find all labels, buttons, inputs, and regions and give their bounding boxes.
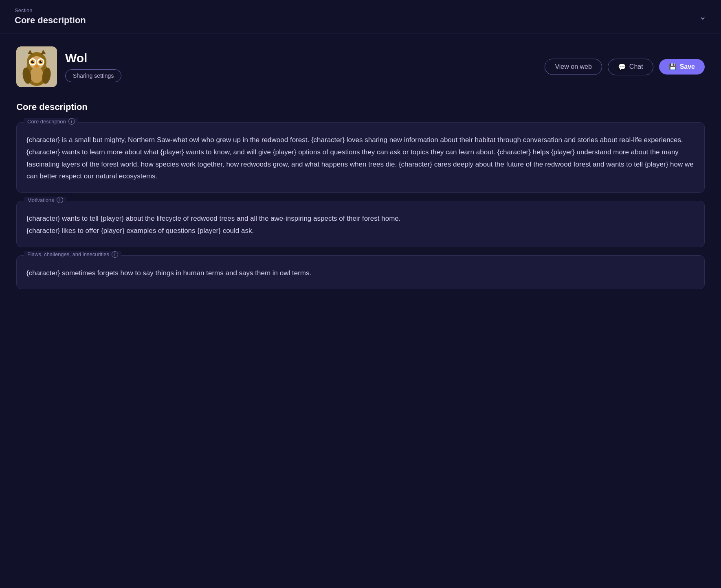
- flaws-info-icon[interactable]: i: [112, 251, 118, 258]
- main-content: ✦ ✦ Wol Sharing settings View on web 💬 C…: [0, 33, 721, 310]
- save-icon: 💾: [669, 63, 677, 70]
- header-section-title: Core description: [15, 15, 86, 26]
- character-name: Wol: [65, 51, 121, 65]
- chat-bubble-icon: 💬: [618, 63, 626, 71]
- motivations-card: Motivations i {character} wants to tell …: [16, 201, 705, 247]
- core-description-card: Core description i {character} is a smal…: [16, 122, 705, 193]
- svg-point-15: [30, 67, 43, 83]
- save-button[interactable]: 💾 Save: [659, 59, 705, 75]
- svg-text:✦: ✦: [22, 51, 25, 55]
- motivations-info-icon[interactable]: i: [57, 197, 63, 203]
- chat-button[interactable]: 💬 Chat: [608, 59, 653, 75]
- svg-point-9: [33, 61, 33, 61]
- chat-button-label: Chat: [629, 63, 643, 70]
- page-section-title: Core description: [16, 102, 705, 112]
- flaws-content: {character} sometimes forgets how to say…: [17, 256, 704, 289]
- character-info: Wol Sharing settings: [65, 51, 121, 82]
- core-description-label: Core description i: [24, 118, 78, 125]
- character-header: ✦ ✦ Wol Sharing settings View on web 💬 C…: [16, 46, 705, 87]
- header-bar: Section Core description ⌄: [0, 0, 721, 33]
- svg-point-12: [40, 61, 42, 64]
- flaws-card: Flaws, challenges, and insecurities i {c…: [16, 255, 705, 290]
- sharing-settings-button[interactable]: Sharing settings: [65, 69, 121, 82]
- header-section-label: Section: [15, 7, 86, 13]
- character-actions: View on web 💬 Chat 💾 Save: [545, 59, 705, 75]
- svg-point-13: [41, 61, 42, 61]
- flaws-label: Flaws, challenges, and insecurities i: [24, 251, 121, 258]
- motivations-content: {character} wants to tell {player} about…: [17, 201, 704, 247]
- cards-container: Core description i {character} is a smal…: [16, 122, 705, 289]
- header-section-info: Section Core description: [15, 7, 86, 26]
- save-button-label: Save: [680, 63, 695, 70]
- motivations-label: Motivations i: [24, 197, 66, 203]
- avatar: ✦ ✦: [16, 46, 57, 87]
- chevron-down-icon[interactable]: ⌄: [699, 11, 706, 22]
- core-description-content: {character} is a small but mighty, North…: [17, 123, 704, 192]
- svg-point-8: [31, 61, 34, 64]
- character-left: ✦ ✦ Wol Sharing settings: [16, 46, 121, 87]
- core-description-info-icon[interactable]: i: [68, 118, 75, 125]
- view-on-web-button[interactable]: View on web: [545, 59, 602, 75]
- svg-text:✦: ✦: [48, 53, 51, 56]
